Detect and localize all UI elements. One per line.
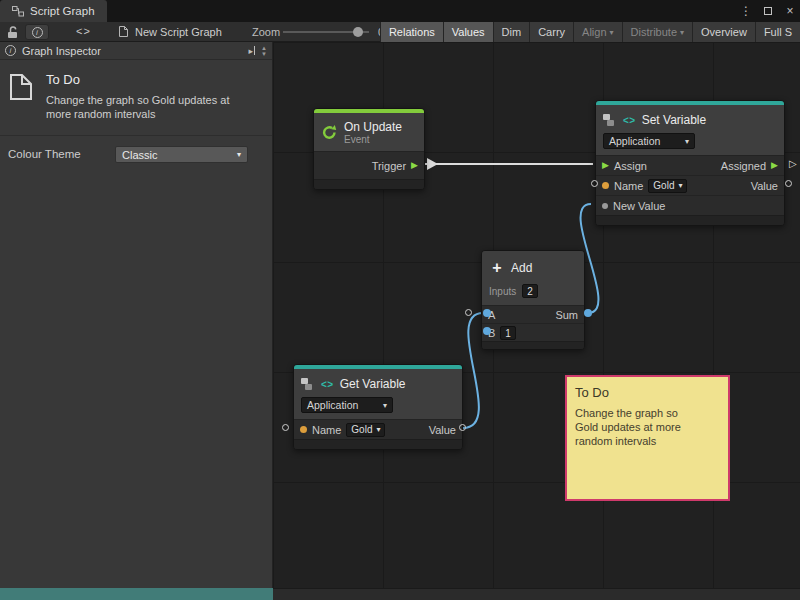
node-footer <box>482 341 584 349</box>
bottom-left-bar <box>0 588 273 600</box>
dropdown-arrow-icon: ▾ <box>680 28 684 37</box>
value-port-label: Value <box>429 424 456 436</box>
variable-name-dropdown[interactable]: Gold ▾ <box>648 179 687 193</box>
bottom-bar <box>0 588 800 600</box>
flow-arrowhead <box>427 158 438 170</box>
distribute-button[interactable]: Distribute▾ <box>622 22 692 42</box>
dock-icon[interactable]: ▸ <box>249 46 256 56</box>
dim-button[interactable]: Dim <box>493 22 530 42</box>
colour-theme-value: Classic <box>122 149 157 161</box>
window-controls: ⋮ × <box>740 0 796 22</box>
name-port-label: Name <box>312 424 341 436</box>
variable-name-value: Gold <box>653 180 674 191</box>
node-subtitle: Event <box>344 134 402 145</box>
todo-title: To Do <box>46 72 251 87</box>
relations-label: Relations <box>389 26 435 38</box>
value-connection-getvariable-add[interactable] <box>463 313 483 428</box>
dock-bar <box>254 46 255 55</box>
variable-name-dropdown[interactable]: Gold ▾ <box>346 423 385 437</box>
carry-button[interactable]: Carry <box>529 22 573 42</box>
script-graph-icon <box>12 6 24 17</box>
fullscreen-button[interactable]: Full S <box>755 22 800 42</box>
window-close-icon[interactable]: × <box>784 4 796 18</box>
values-button[interactable]: Values <box>443 22 493 42</box>
colour-theme-label: Colour Theme <box>8 148 81 160</box>
setvariable-value-output-port[interactable] <box>785 180 792 187</box>
zoom-slider-handle[interactable] <box>353 27 363 37</box>
dropdown-arrow-icon: ▾ <box>685 137 689 146</box>
plus-icon: + <box>489 260 505 276</box>
assigned-output-port[interactable]: ▶ <box>771 161 778 170</box>
node-get-variable[interactable]: <> Get Variable Application ▾ Name Gold … <box>293 364 463 450</box>
zoom-slider[interactable] <box>283 22 369 42</box>
setvariable-left-port[interactable] <box>591 180 598 187</box>
code-icon: <> <box>321 379 334 390</box>
overview-button[interactable]: Overview <box>692 22 755 42</box>
align-button[interactable]: Align▾ <box>573 22 621 42</box>
sticky-note-title: To Do <box>575 385 720 400</box>
assign-input-port[interactable]: ▶ <box>602 161 609 170</box>
add-b-input-port[interactable] <box>483 327 491 335</box>
graph-canvas[interactable]: On Update Event Trigger ▶ <> Set Variabl… <box>273 42 800 588</box>
assigned-port-label: Assigned <box>721 160 766 172</box>
name-port-label: Name <box>614 180 643 192</box>
dropdown-arrow-icon: ▾ <box>678 181 682 190</box>
dock-arrow: ▸ <box>249 46 254 56</box>
loop-event-icon <box>321 124 338 141</box>
variable-name-value: Gold <box>351 424 372 435</box>
graph-toolbar: i <> New Script Graph Zoom 0.9x Relation… <box>0 22 800 42</box>
window-menu-icon[interactable]: ⋮ <box>740 4 752 18</box>
name-input-port[interactable] <box>602 182 609 189</box>
new-value-port-label: New Value <box>613 200 665 212</box>
add-a-outer-port[interactable] <box>465 309 472 316</box>
add-a-input-port[interactable] <box>483 309 491 317</box>
trigger-output-port[interactable]: ▶ <box>411 161 418 170</box>
assigned-flow-indicator-icon: ▷ <box>789 159 797 169</box>
todo-summary: To Do Change the graph so Gold updates a… <box>0 60 272 129</box>
colour-theme-dropdown[interactable]: Classic ▾ <box>115 146 248 163</box>
toolbar-toggle-buttons: Relations Values Dim Carry Align▾ Distri… <box>380 22 800 42</box>
b-value-field[interactable]: 1 <box>500 326 516 340</box>
variable-scope-dropdown[interactable]: Application ▾ <box>603 133 695 149</box>
trigger-port-label: Trigger <box>372 160 406 172</box>
node-set-variable[interactable]: <> Set Variable Application ▾ ▶ Assign A… <box>595 100 785 226</box>
node-add[interactable]: + Add Inputs 2 A Sum B 1 <box>481 250 585 350</box>
tab-bar: Script Graph ⋮ × <box>0 0 800 22</box>
value-port-label: Value <box>751 180 778 192</box>
getvariable-left-port[interactable] <box>282 424 289 431</box>
sticky-note[interactable]: To Do Change the graph so Gold updates a… <box>565 375 730 501</box>
variables-icon <box>603 114 617 127</box>
colour-theme-row: Colour Theme Classic ▾ <box>0 146 272 164</box>
inputs-label: Inputs <box>489 286 516 297</box>
inputs-count-field[interactable]: 2 <box>522 284 538 298</box>
relations-button[interactable]: Relations <box>380 22 443 42</box>
dropdown-arrow-icon: ▾ <box>610 28 614 37</box>
bottom-right-bar <box>273 588 800 600</box>
code-view-icon[interactable]: <> <box>76 25 91 37</box>
graph-inspector-header: i Graph Inspector ▸ ▲ ▼ <box>0 42 272 60</box>
zoom-label: Zoom <box>252 26 280 38</box>
name-input-port[interactable] <box>300 426 307 433</box>
align-label: Align <box>582 26 606 38</box>
variable-scope-value: Application <box>307 399 358 411</box>
lock-icon[interactable] <box>7 26 19 39</box>
node-title: Add <box>511 261 532 275</box>
divider <box>0 135 272 136</box>
distribute-label: Distribute <box>631 26 677 38</box>
node-on-update[interactable]: On Update Event Trigger ▶ <box>313 108 425 190</box>
variable-scope-dropdown[interactable]: Application ▾ <box>301 397 393 413</box>
values-label: Values <box>452 26 485 38</box>
window-maximize-icon[interactable] <box>762 7 774 15</box>
dropdown-arrow-icon: ▾ <box>376 425 380 434</box>
dim-label: Dim <box>502 26 522 38</box>
tab-script-graph[interactable]: Script Graph <box>0 0 107 22</box>
unity-script-graph-window: Script Graph ⋮ × i <> New Script Graph Z… <box>0 0 800 600</box>
graph-name: New Script Graph <box>118 25 222 38</box>
getvariable-value-output-port[interactable] <box>459 424 466 431</box>
graph-inspector-title: Graph Inspector <box>22 45 101 57</box>
inspector-toggle-button[interactable]: i <box>25 24 49 40</box>
scroll-down-icon[interactable]: ▼ <box>261 51 267 57</box>
overview-label: Overview <box>701 26 747 38</box>
new-value-input-port[interactable] <box>602 203 608 209</box>
add-sum-output-port[interactable] <box>584 309 592 317</box>
